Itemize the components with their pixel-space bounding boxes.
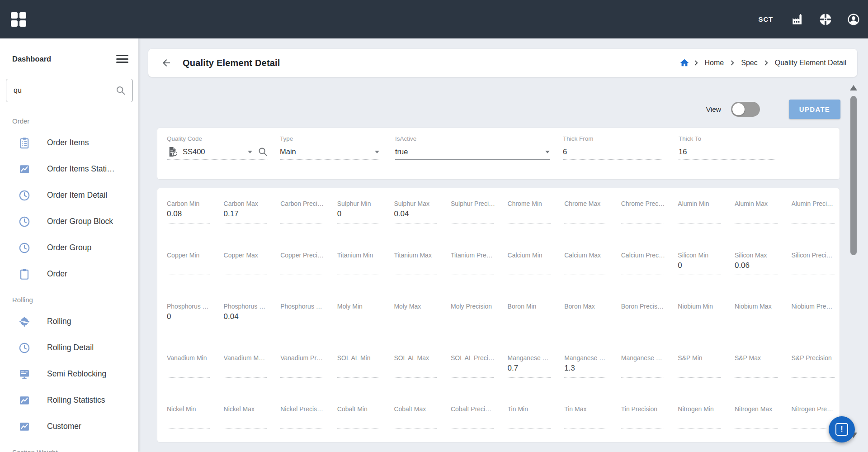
scroll-up-arrow-icon[interactable] <box>850 85 857 90</box>
sidebar-item-semi-reblocking[interactable]: Semi Reblocking <box>0 361 138 387</box>
grid-field-value[interactable]: 0 <box>337 209 380 224</box>
home-icon[interactable] <box>679 58 689 68</box>
quality-code-dropdown-caret-icon[interactable] <box>248 151 252 153</box>
grid-field-value[interactable] <box>621 261 664 275</box>
app-launcher-button[interactable] <box>8 10 28 29</box>
grid-field-value[interactable] <box>621 312 664 326</box>
grid-field-value[interactable] <box>167 415 210 429</box>
grid-field-value[interactable] <box>735 312 778 326</box>
sidebar-item-order-group-block[interactable]: Order Group Block <box>0 209 138 235</box>
grid-field-value[interactable] <box>451 415 494 429</box>
grid-field-value[interactable] <box>508 209 551 224</box>
grid-field: Nickel Precis… <box>280 405 337 442</box>
type-value[interactable]: Main <box>280 147 296 156</box>
grid-field-value[interactable] <box>337 261 380 275</box>
grid-field-value[interactable] <box>564 209 607 224</box>
grid-field-value[interactable] <box>451 364 494 378</box>
grid-field-value[interactable] <box>735 209 778 224</box>
view-toggle[interactable] <box>731 102 760 117</box>
sidebar-item-customer[interactable]: Customer <box>0 414 138 440</box>
grid-field-value[interactable] <box>678 209 721 224</box>
grid-field-value[interactable] <box>280 312 323 326</box>
segmented-circle-button[interactable] <box>818 12 833 27</box>
thick-to-value[interactable]: 16 <box>679 147 687 156</box>
grid-field-value[interactable] <box>792 209 835 224</box>
grid-field-value[interactable] <box>167 261 210 275</box>
grid-field-value[interactable] <box>337 415 380 429</box>
grid-field-value[interactable] <box>280 209 323 224</box>
grid-field-value[interactable] <box>678 415 721 429</box>
grid-field-value[interactable] <box>451 312 494 326</box>
grid-field-value[interactable] <box>224 364 267 378</box>
grid-field-value[interactable] <box>792 312 835 326</box>
grid-field: Vanadium Min <box>167 354 224 406</box>
grid-field-value[interactable]: 0.08 <box>167 209 210 224</box>
grid-field-value[interactable] <box>735 364 778 378</box>
grid-field-value[interactable] <box>678 312 721 326</box>
grid-field: Niobium Max <box>735 303 792 354</box>
scrollbar-thumb[interactable] <box>850 96 857 255</box>
breadcrumb-item[interactable]: Quality Element Detail <box>773 59 848 67</box>
grid-field-value[interactable] <box>394 312 437 326</box>
grid-field-value[interactable] <box>564 415 607 429</box>
grid-field-value[interactable]: 0.06 <box>735 261 778 275</box>
grid-field-value[interactable] <box>735 415 778 429</box>
grid-field-value[interactable]: 1.3 <box>564 364 607 378</box>
is-active-value[interactable]: true <box>395 147 408 156</box>
is-active-dropdown-caret-icon[interactable] <box>545 151 550 153</box>
grid-field-value[interactable] <box>792 364 835 378</box>
factory-button[interactable] <box>790 12 805 27</box>
grid-field-value[interactable] <box>280 261 323 275</box>
grid-field-value[interactable] <box>508 312 551 326</box>
quality-code-lookup-icon[interactable] <box>258 147 268 157</box>
sidebar-item-rolling[interactable]: Rolling <box>0 309 138 335</box>
grid-field-value[interactable]: 0.04 <box>394 209 437 224</box>
search-input[interactable] <box>13 86 115 95</box>
grid-field-value[interactable] <box>280 364 323 378</box>
breadcrumb-item[interactable]: Home <box>703 59 726 67</box>
sidebar-item-rolling-detail[interactable]: Rolling Detail <box>0 335 138 361</box>
scrollbar[interactable] <box>849 85 859 447</box>
feedback-fab[interactable] <box>829 416 855 442</box>
menu-toggle-button[interactable] <box>114 51 130 67</box>
grid-field-value[interactable] <box>394 364 437 378</box>
grid-field-value[interactable] <box>564 312 607 326</box>
sidebar-item-rolling-statistics[interactable]: Rolling Statistics <box>0 387 138 414</box>
grid-field-value[interactable] <box>678 364 721 378</box>
grid-field-value[interactable] <box>451 261 494 275</box>
sidebar-item-order-item-detail[interactable]: Order Item Detail <box>0 182 138 209</box>
grid-field-value[interactable] <box>224 261 267 275</box>
grid-field-value[interactable] <box>508 415 551 429</box>
grid-field-value[interactable] <box>280 415 323 429</box>
type-dropdown-caret-icon[interactable] <box>375 151 379 153</box>
grid-field-value[interactable] <box>394 415 437 429</box>
account-button[interactable] <box>846 12 861 27</box>
grid-field-value[interactable] <box>451 209 494 224</box>
grid-field-value[interactable] <box>337 312 380 326</box>
grid-field-value[interactable]: 0 <box>678 261 721 275</box>
sidebar-item-order-items-stati[interactable]: Order Items Stati… <box>0 156 138 182</box>
grid-field-value[interactable] <box>394 261 437 275</box>
sidebar-item-order-items[interactable]: Order Items <box>0 130 138 156</box>
update-button[interactable]: UPDATE <box>789 100 840 119</box>
grid-field-value[interactable]: 0.17 <box>224 209 267 224</box>
back-button[interactable] <box>158 55 175 71</box>
grid-field-value[interactable] <box>792 261 835 275</box>
grid-field-value[interactable] <box>167 364 210 378</box>
grid-field-value[interactable] <box>621 364 664 378</box>
grid-field-value[interactable]: 0 <box>167 312 210 326</box>
grid-field-value[interactable] <box>792 415 835 429</box>
grid-field-value[interactable]: 0.7 <box>508 364 551 378</box>
quality-code-value[interactable]: SS400 <box>183 147 205 156</box>
sidebar-item-order-group[interactable]: Order Group <box>0 235 138 261</box>
grid-field-value[interactable]: 0.04 <box>224 312 267 326</box>
breadcrumb-item[interactable]: Spec <box>739 59 759 67</box>
grid-field-value[interactable] <box>621 209 664 224</box>
thick-from-value[interactable]: 6 <box>563 147 567 156</box>
grid-field-value[interactable] <box>621 415 664 429</box>
grid-field-value[interactable] <box>564 261 607 275</box>
grid-field-value[interactable] <box>508 261 551 275</box>
grid-field-value[interactable] <box>337 364 380 378</box>
grid-field-value[interactable] <box>224 415 267 429</box>
sidebar-item-order[interactable]: Order <box>0 261 138 287</box>
